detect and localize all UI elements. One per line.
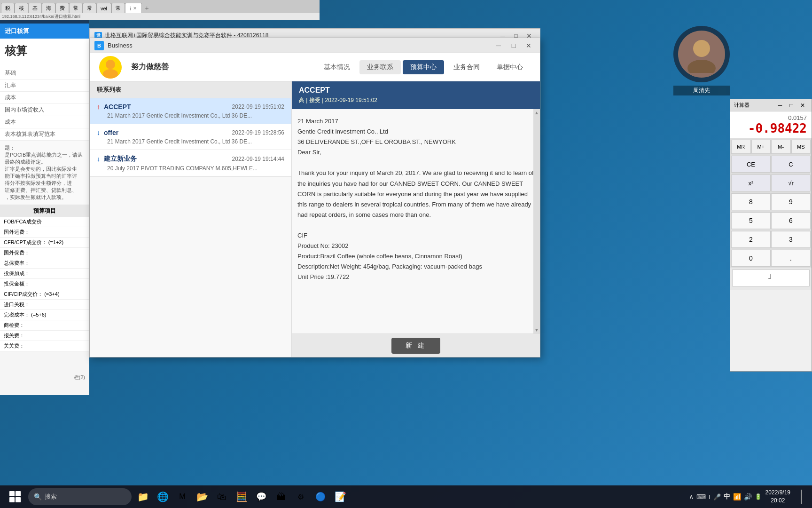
calc-maximize-btn[interactable]: □ (786, 102, 796, 109)
tab-vel[interactable]: vel (96, 3, 111, 13)
calc-6-btn[interactable]: 6 (771, 212, 811, 229)
tab-label-e: 税 (5, 5, 10, 12)
tray-network-icon[interactable]: Ⅰ (709, 493, 710, 500)
taskbar-edge-icon[interactable]: 🌐 (153, 487, 172, 506)
business-maximize-btn[interactable]: □ (507, 41, 520, 50)
tab-hai[interactable]: 海 (42, 3, 55, 13)
calc-dot-btn[interactable]: . (771, 250, 811, 267)
windows-logo (9, 491, 21, 502)
notes-section: 题： 是POCIB重点训练能力之一，请从 最终的成绩评定。 汇率是会变动的，因此… (0, 141, 89, 205)
scroll-up-arrow[interactable]: ▲ (533, 109, 540, 116)
taskbar-wechat-icon[interactable]: 💬 (252, 487, 271, 506)
business-close-btn[interactable]: ✕ (522, 41, 535, 50)
nav-basic-info[interactable]: 基本情况 (316, 60, 358, 74)
tray-wifi-icon[interactable]: 📶 (733, 493, 741, 500)
new-button[interactable]: 新 建 (391, 338, 440, 354)
sidebar-item-biaoben[interactable]: 表本核算表填写范本 (0, 128, 89, 141)
tab-e[interactable]: 税 (1, 3, 15, 13)
tray-up-arrow-icon[interactable]: ∧ (689, 493, 694, 500)
list-item-new-business[interactable]: ↓ 建立新业务 2022-09-19 19:14:44 20 July 2017… (90, 150, 291, 177)
sidebar-menu: 基础 汇率 成本 国内市场货收入 成本 表本核算表填写范本 (0, 67, 89, 141)
calc-close-btn[interactable]: ✕ (797, 102, 808, 109)
sidebar-item-chengben2[interactable]: 成本 (0, 116, 89, 128)
tab-i-active[interactable]: i ✕ (125, 3, 141, 13)
tray-keyboard-icon[interactable]: ⌨ (696, 493, 706, 500)
taskbar-notes-icon[interactable]: 📝 (331, 487, 350, 506)
nav-business-contact[interactable]: 业务联系 (359, 60, 401, 74)
sidebar-item-huilv[interactable]: 汇率 (0, 79, 89, 92)
tray-language-icon[interactable]: 中 (724, 492, 730, 501)
calc-8-btn[interactable]: 8 (731, 193, 771, 210)
calc-0-btn[interactable]: 0 (731, 250, 771, 267)
scrollbar[interactable]: ▲ ▼ (533, 109, 540, 333)
taskbar-photo-icon[interactable]: 🏔 (272, 487, 290, 506)
nav-business-contract[interactable]: 业务合同 (446, 60, 487, 74)
tab-chang3[interactable]: 常 (111, 3, 125, 13)
calc-extra-btn[interactable]: ┘ (732, 270, 810, 286)
nav-budget-center[interactable]: 预算中心 (403, 60, 444, 74)
tab-fei[interactable]: 费 (55, 3, 69, 13)
calc-9-btn[interactable]: 9 (771, 193, 811, 210)
tab-chang1[interactable]: 常 (69, 3, 83, 13)
detail-content-area[interactable]: 21 March 2017 Gentle Credit Investment C… (292, 109, 540, 333)
company-avatar (99, 56, 122, 79)
tab-add-button[interactable]: + (142, 3, 152, 13)
calc-2-btn[interactable]: 2 (731, 231, 771, 248)
taskbar-store-icon[interactable]: 🛍 (212, 487, 231, 506)
taskbar-unknown-icon[interactable]: ⚙ (291, 487, 310, 506)
calc-5-btn[interactable]: 5 (731, 212, 771, 229)
list-item-accept[interactable]: ↑ ACCEPT 2022-09-19 19:51:02 21 March 20… (90, 98, 291, 124)
calc-3-btn[interactable]: 3 (771, 231, 811, 248)
calc-sqrt-btn[interactable]: √r (771, 175, 811, 191)
calc-title: 计算器 (734, 102, 750, 109)
calc-mplus-btn[interactable]: M+ (751, 140, 771, 154)
calc-ce-btn[interactable]: CE (731, 156, 771, 173)
calc-mr-btn[interactable]: MR (731, 140, 751, 154)
list-item-offer[interactable]: ↓ offer 2022-09-19 19:28:56 21 March 201… (90, 124, 291, 150)
tab-chang2[interactable]: 常 (83, 3, 96, 13)
calc-c-btn[interactable]: C (771, 156, 811, 173)
url-bar: 192.168.3.112:61234/baike/进口核算.html (0, 13, 320, 20)
tray-mic-icon[interactable]: 🎤 (713, 493, 721, 500)
note-3: 汇率是会变动的，因此实际发生 (5, 166, 84, 173)
taskbar-calc-icon[interactable]: 🧮 (232, 487, 251, 506)
sidebar-item-guonei[interactable]: 国内市场货收入 (0, 104, 89, 116)
taskbar-chrome-icon[interactable]: 🔵 (311, 487, 330, 506)
start-button[interactable] (4, 487, 26, 506)
taskbar-im-icon[interactable]: M (173, 487, 192, 506)
note-2: 最终的成绩评定。 (5, 159, 84, 166)
page-title: 核算 (5, 43, 84, 58)
taskbar-explorer-icon[interactable]: 📁 (133, 487, 152, 506)
detail-line-dear: Dear Sir, (297, 147, 534, 158)
budget-dutiable: 完税成本： (=5+6) (0, 310, 89, 320)
list-item-offer-desc: 21 March 2017 Gentle Credit Investment C… (97, 138, 284, 145)
taskbar-search[interactable]: 🔍 搜索 (28, 488, 132, 505)
list-item-new-desc: 20 July 2017 PIVOT TRADING COMPANY M.605… (97, 165, 284, 172)
tab-ji[interactable]: 基 (28, 3, 42, 13)
tab-he[interactable]: 核 (15, 3, 28, 13)
tray-volume-icon[interactable]: 🔊 (744, 493, 752, 500)
business-minimize-btn[interactable]: ─ (492, 41, 505, 50)
calc-square-btn[interactable]: x² (731, 175, 771, 191)
budget-insured: 投保金额： (0, 279, 89, 289)
clock[interactable]: 2022/9/19 20:02 (765, 489, 790, 505)
business-icon: B (94, 41, 104, 50)
show-desktop-btn[interactable] (794, 487, 808, 506)
calc-ms-btn[interactable]: MS (791, 140, 811, 154)
message-list-panel: 联系列表 ↑ ACCEPT 2022-09-19 19:51:02 21 Mar… (90, 81, 292, 357)
tab-close-i[interactable]: ✕ (133, 6, 137, 11)
sidebar-item-chengben[interactable]: 成本 (0, 92, 89, 104)
calculator: 计算器 ─ □ ✕ 0.0157 -0.98422 MR M+ M- MS CE… (730, 99, 812, 372)
note-title: 题： (5, 144, 84, 151)
sidebar-item-jichuxu[interactable]: 基础 (0, 67, 89, 79)
tray-battery-icon[interactable]: 🔋 (755, 493, 762, 500)
win-logo-sq3 (9, 497, 15, 502)
calc-mminus-btn[interactable]: M- (771, 140, 791, 154)
scroll-down-arrow[interactable]: ▼ (533, 326, 540, 333)
nav-document-center[interactable]: 单据中心 (489, 60, 531, 74)
calc-minimize-btn[interactable]: ─ (775, 102, 785, 109)
taskbar-folder2-icon[interactable]: 📂 (193, 487, 211, 506)
user-label: 周清先 (673, 86, 730, 95)
budget-markup: 投保加成： (0, 269, 89, 279)
budget-customs: 报关费： (0, 331, 89, 341)
